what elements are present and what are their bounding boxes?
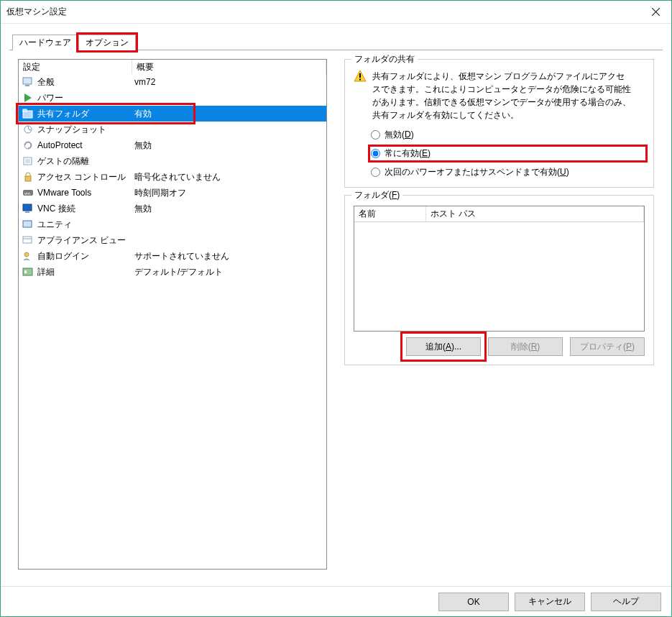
properties-button[interactable]: プロパティ(P) bbox=[570, 337, 645, 356]
svg-rect-9 bbox=[25, 176, 31, 181]
title-bar: 仮想マシン設定 bbox=[1, 1, 671, 24]
tab-options[interactable]: オプション bbox=[78, 35, 136, 50]
svg-rect-4 bbox=[23, 109, 27, 111]
radio-until-input[interactable] bbox=[371, 168, 380, 177]
list-item-label: スナップショット bbox=[37, 124, 106, 136]
add-button[interactable]: 追加(A)... bbox=[406, 337, 481, 356]
list-item[interactable]: 全般 vm72 bbox=[19, 74, 326, 90]
folder-sharing-legend: フォルダの共有 bbox=[351, 53, 418, 65]
col-summary: 概要 bbox=[132, 60, 326, 74]
list-item[interactable]: スナップショット bbox=[19, 122, 326, 137]
list-item-summary: 暗号化されていません bbox=[133, 171, 326, 183]
advanced-icon bbox=[22, 266, 34, 278]
settings-list[interactable]: 設定 概要 全般 vm72 bbox=[18, 59, 327, 570]
radio-disabled[interactable]: 無効(D) bbox=[371, 129, 645, 141]
window-title: 仮想マシン設定 bbox=[6, 6, 67, 18]
list-item-label: 自動ログイン bbox=[37, 250, 89, 262]
svg-rect-15 bbox=[23, 237, 32, 243]
ok-button[interactable]: OK bbox=[438, 593, 509, 611]
appliance-view-icon bbox=[22, 234, 34, 246]
lock-icon bbox=[22, 171, 34, 183]
list-item-label: パワー bbox=[37, 92, 63, 104]
svg-rect-13 bbox=[25, 211, 29, 213]
list-item-summary: 有効 bbox=[133, 108, 326, 120]
radio-disabled-label: 無効(D) bbox=[385, 129, 414, 141]
settings-list-header: 設定 概要 bbox=[19, 60, 326, 74]
list-item-label: ユニティ bbox=[37, 219, 72, 231]
radio-always-input[interactable] bbox=[371, 149, 380, 158]
list-item[interactable]: AutoProtect 無効 bbox=[19, 137, 326, 153]
list-item-summary: vm72 bbox=[133, 77, 326, 87]
svg-rect-19 bbox=[24, 270, 27, 273]
svg-rect-21 bbox=[359, 73, 361, 78]
svg-point-17 bbox=[24, 252, 29, 257]
col-setting: 設定 bbox=[19, 60, 132, 74]
remove-button[interactable]: 削除(R) bbox=[488, 337, 563, 356]
snapshot-icon bbox=[22, 124, 34, 135]
radio-until-suspend[interactable]: 次回のパワーオフまたはサスペンドまで有効(U) bbox=[371, 166, 645, 178]
list-item[interactable]: vm VMware Tools 時刻同期オフ bbox=[19, 185, 326, 201]
list-item[interactable]: パワー bbox=[19, 90, 326, 106]
list-item-summary: 無効 bbox=[133, 203, 326, 215]
col-hostpath: ホスト パス bbox=[426, 206, 644, 221]
svg-marker-2 bbox=[24, 93, 32, 102]
vmware-tools-icon: vm bbox=[22, 187, 34, 198]
list-item[interactable]: アプライアンス ビュー bbox=[19, 232, 326, 248]
list-item-label: AutoProtect bbox=[37, 140, 83, 150]
folder-shared-icon bbox=[22, 108, 34, 119]
svg-rect-14 bbox=[23, 221, 32, 227]
folders-legend: フォルダ(F) bbox=[351, 189, 402, 201]
play-icon bbox=[22, 92, 34, 104]
list-item-label: 詳細 bbox=[37, 266, 55, 278]
list-item[interactable]: アクセス コントロール 暗号化されていません bbox=[19, 169, 326, 185]
col-name: 名前 bbox=[354, 206, 426, 221]
list-item[interactable]: ユニティ bbox=[19, 216, 326, 232]
list-item-summary: デフォルト/デフォルト bbox=[133, 266, 326, 278]
radio-always-label: 常に有効(E) bbox=[385, 147, 431, 160]
svg-rect-8 bbox=[25, 159, 30, 163]
list-item-label: 全般 bbox=[37, 76, 55, 88]
list-item-label: VMware Tools bbox=[37, 188, 91, 198]
warning-text: 共有フォルダにより、仮想マシン プログラムがファイルにアクセスできます。これによ… bbox=[372, 70, 631, 122]
unity-icon bbox=[22, 219, 34, 230]
cancel-button[interactable]: キャンセル bbox=[515, 593, 585, 611]
list-item-summary: サポートされていません bbox=[133, 250, 326, 262]
svg-rect-0 bbox=[23, 78, 32, 84]
radio-always-enabled[interactable]: 常に有効(E) bbox=[371, 147, 645, 160]
folders-header: 名前 ホスト パス bbox=[354, 206, 644, 222]
list-item-label: 共有フォルダ bbox=[37, 108, 89, 120]
folders-table[interactable]: 名前 ホスト パス bbox=[354, 206, 645, 332]
monitor-icon bbox=[22, 76, 34, 88]
tab-hardware[interactable]: ハードウェア bbox=[12, 35, 78, 50]
autoprotect-icon bbox=[22, 140, 34, 151]
autologin-icon bbox=[22, 250, 34, 262]
svg-text:vm: vm bbox=[24, 191, 30, 196]
list-item[interactable]: 共有フォルダ 有効 bbox=[19, 106, 326, 122]
list-item-label: アクセス コントロール bbox=[37, 171, 126, 183]
radio-until-label: 次回のパワーオフまたはサスペンドまで有効(U) bbox=[385, 166, 569, 178]
folder-sharing-group: フォルダの共有 共有フォルダにより、仮想マシン プログラムがファイルにアクセスで… bbox=[344, 59, 654, 188]
list-item-summary: 時刻同期オフ bbox=[133, 187, 326, 199]
list-item[interactable]: VNC 接続 無効 bbox=[19, 201, 326, 216]
close-icon[interactable] bbox=[640, 1, 671, 24]
guest-isolation-icon bbox=[22, 155, 34, 167]
list-item-label: アプライアンス ビュー bbox=[37, 234, 126, 247]
list-item-label: ゲストの隔離 bbox=[37, 155, 89, 168]
help-button[interactable]: ヘルプ bbox=[591, 593, 661, 611]
radio-disabled-input[interactable] bbox=[371, 130, 380, 140]
svg-rect-1 bbox=[25, 85, 29, 86]
folders-group: フォルダ(F) 名前 ホスト パス 追加(A)... 削除(R) プロパティ(P… bbox=[344, 195, 654, 365]
warning-icon bbox=[354, 70, 367, 83]
vnc-icon bbox=[22, 203, 34, 214]
svg-rect-18 bbox=[23, 268, 32, 275]
svg-rect-22 bbox=[359, 79, 361, 81]
list-item[interactable]: ゲストの隔離 bbox=[19, 153, 326, 169]
list-item[interactable]: 自動ログイン サポートされていません bbox=[19, 248, 326, 264]
list-item-label: VNC 接続 bbox=[37, 203, 75, 215]
list-item-summary: 無効 bbox=[133, 140, 326, 152]
list-item[interactable]: 詳細 デフォルト/デフォルト bbox=[19, 264, 326, 280]
svg-rect-12 bbox=[23, 204, 32, 211]
